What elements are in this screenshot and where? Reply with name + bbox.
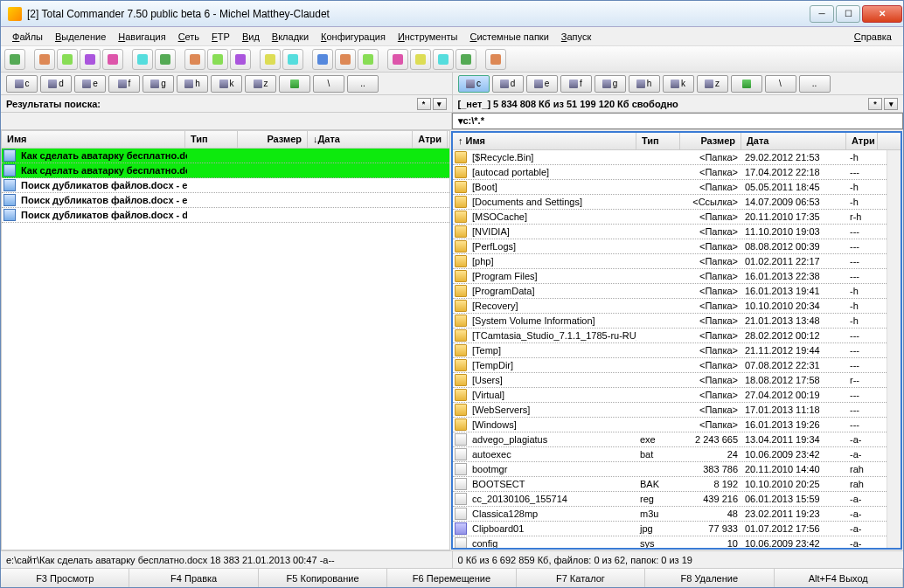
drive-h-button[interactable]: h (177, 75, 208, 93)
drive-up-button[interactable]: .. (347, 75, 379, 93)
right-row[interactable]: cc_20130106_155714reg439 21606.01.2013 1… (453, 492, 887, 507)
right-row[interactable]: [Program Files]<Папка>16.01.2013 22:38--… (453, 269, 887, 284)
toolbar-refresh-button[interactable] (4, 49, 25, 70)
menu-Вид[interactable]: Вид (236, 30, 266, 44)
toolbar-ftp-button[interactable] (312, 49, 333, 70)
left-row[interactable]: Поиск дубликатов файлов.docx - e:\сайт\ (2, 193, 449, 208)
right-row[interactable]: [$Recycle.Bin]<Папка>29.02.2012 21:53-h (453, 150, 887, 165)
left-history-button[interactable]: * (417, 98, 431, 110)
right-favorites-button[interactable]: ▾ (884, 98, 898, 110)
drive-h-button[interactable]: h (629, 75, 660, 93)
drive-k-button[interactable]: k (211, 75, 242, 93)
left-header-type[interactable]: Тип (185, 131, 238, 148)
right-row[interactable]: Classica128mpm3u4823.02.2011 19:23-a- (453, 507, 887, 522)
right-row[interactable]: [ProgramData]<Папка>16.01.2013 19:41-h (453, 284, 887, 299)
drive-g-button[interactable]: g (143, 75, 174, 93)
drive-net-button[interactable] (731, 75, 762, 93)
path-right[interactable]: ▾c:\*.* (452, 113, 904, 129)
left-header-size[interactable]: Размер (238, 131, 308, 148)
right-row[interactable]: configsys1010.06.2009 23:42-a- (453, 536, 887, 548)
right-row[interactable]: BOOTSECTBAK8 19210.10.2010 20:25rah (453, 477, 887, 492)
left-header-date[interactable]: ↓Дата (308, 131, 413, 148)
toolbar-star2-button[interactable] (207, 49, 228, 70)
maximize-button[interactable]: ☐ (836, 5, 860, 23)
right-header-attr[interactable]: Атри (846, 133, 878, 149)
drive-c-button[interactable]: c (6, 75, 38, 93)
toolbar-box2-button[interactable] (282, 49, 303, 70)
right-row[interactable]: [Documents and Settings]<Ссылка>14.07.20… (453, 195, 887, 210)
toolbar-img-button[interactable] (80, 49, 101, 70)
right-row[interactable]: [Users]<Папка>18.08.2012 17:58r-- (453, 373, 887, 388)
right-row[interactable]: [WebServers]<Папка>17.01.2013 11:18--- (453, 403, 887, 418)
right-header-size[interactable]: Размер (680, 133, 741, 149)
left-favorites-button[interactable]: ▾ (433, 98, 447, 110)
right-row[interactable]: [NVIDIA]<Папка>11.10.2010 19:03--- (453, 225, 887, 239)
right-row[interactable]: [TempDir]<Папка>07.08.2012 22:31--- (453, 358, 887, 373)
drive-g-button[interactable]: g (595, 75, 626, 93)
right-header-type[interactable]: Тип (636, 133, 680, 149)
right-row[interactable]: [Windows]<Папка>16.01.2013 19:26--- (453, 418, 887, 432)
toolbar-pack-button[interactable] (485, 49, 506, 70)
left-row[interactable]: Как сделать аватарку бесплатно.docx - e:… (2, 163, 449, 178)
drive-d-button[interactable]: d (492, 75, 524, 93)
close-button[interactable]: ✕ (862, 5, 902, 23)
toolbar-tree-button[interactable] (102, 49, 123, 70)
drive-e-button[interactable]: e (74, 75, 106, 93)
drive-z-button[interactable]: z (697, 75, 728, 93)
fnkey-button[interactable]: F6 Перемещение (387, 569, 516, 587)
menu-Навигация[interactable]: Навигация (112, 30, 171, 44)
menu-Выделение[interactable]: Выделение (49, 30, 112, 44)
drive-f-button[interactable]: f (560, 75, 592, 93)
drive-k-button[interactable]: k (663, 75, 694, 93)
toolbar-grid1-button[interactable] (34, 49, 55, 70)
right-row[interactable]: [MSOCache]<Папка>20.11.2010 17:35r-h (453, 210, 887, 225)
menu-FTP[interactable]: FTP (205, 30, 236, 44)
menu-Сеть[interactable]: Сеть (172, 30, 205, 44)
toolbar-brush1-button[interactable] (132, 49, 153, 70)
fnkey-button[interactable]: F4 Правка (129, 569, 258, 587)
right-row[interactable]: autoexecbat2410.06.2009 23:42-a- (453, 447, 887, 462)
toolbar-url1-button[interactable] (335, 49, 356, 70)
right-row[interactable]: [System Volume Information]<Папка>21.01.… (453, 314, 887, 329)
menu-Системные папки[interactable]: Системные папки (463, 30, 554, 44)
drive-c-button[interactable]: c (458, 75, 490, 93)
menu-Запуск[interactable]: Запуск (555, 30, 597, 44)
right-row[interactable]: [TCamtasia_Studio_7.1.1_1785-ru-RU]<Папк… (453, 329, 887, 343)
drive-e-button[interactable]: e (526, 75, 558, 93)
toolbar-grid2-button[interactable] (57, 49, 78, 70)
right-row[interactable]: [Temp]<Папка>21.11.2012 19:44--- (453, 343, 887, 358)
right-row[interactable]: Clipboard01jpg77 93301.07.2012 17:56-a- (453, 522, 887, 536)
toolbar-wand-button[interactable] (410, 49, 431, 70)
drive-d-button[interactable]: d (40, 75, 72, 93)
right-row[interactable]: bootmgr383 78620.11.2010 14:40rah (453, 462, 887, 477)
toolbar-url2-button[interactable] (358, 49, 379, 70)
toolbar-brush2-button[interactable] (155, 49, 176, 70)
path-left[interactable] (1, 113, 452, 129)
right-filelist[interactable]: [$Recycle.Bin]<Папка>29.02.2012 21:53-h[… (453, 150, 887, 548)
left-row[interactable]: Поиск дубликатов файлов.docx - e:\сайт\г… (2, 178, 449, 193)
toolbar-sync-button[interactable] (433, 49, 454, 70)
fnkey-button[interactable]: F8 Удаление (645, 569, 774, 587)
right-header-date[interactable]: Дата (741, 133, 846, 149)
fnkey-button[interactable]: F7 Каталог (517, 569, 645, 587)
right-row[interactable]: [php]<Папка>01.02.2011 22:17--- (453, 254, 887, 269)
right-header-name[interactable]: ↑ Имя (453, 133, 636, 149)
right-row[interactable]: [Virtual]<Папка>27.04.2012 00:19--- (453, 388, 887, 403)
fnkey-button[interactable]: Alt+F4 Выход (775, 569, 903, 587)
menu-Файлы[interactable]: Файлы (6, 30, 49, 44)
drive-z-button[interactable]: z (245, 75, 276, 93)
minimize-button[interactable]: ─ (810, 5, 834, 23)
left-header-attr[interactable]: Атри (413, 131, 448, 148)
right-row[interactable]: [Recovery]<Папка>10.10.2010 20:34-h (453, 299, 887, 314)
menu-help[interactable]: Справка (848, 30, 898, 44)
fnkey-button[interactable]: F3 Просмотр (1, 569, 129, 587)
drive-up-button[interactable]: .. (799, 75, 831, 93)
right-row[interactable]: [Boot]<Папка>05.05.2011 18:45-h (453, 180, 887, 195)
left-row[interactable]: Как сделать аватарку бесплатно.docx - e:… (2, 149, 449, 163)
drive-root-button[interactable]: \ (313, 75, 344, 93)
right-row[interactable]: advego_plagiatusexe2 243 66513.04.2011 1… (453, 432, 887, 447)
menu-Конфигурация[interactable]: Конфигурация (315, 30, 392, 44)
menu-Вкладки[interactable]: Вкладки (266, 30, 315, 44)
fnkey-button[interactable]: F5 Копирование (259, 569, 387, 587)
toolbar-star1-button[interactable] (184, 49, 205, 70)
